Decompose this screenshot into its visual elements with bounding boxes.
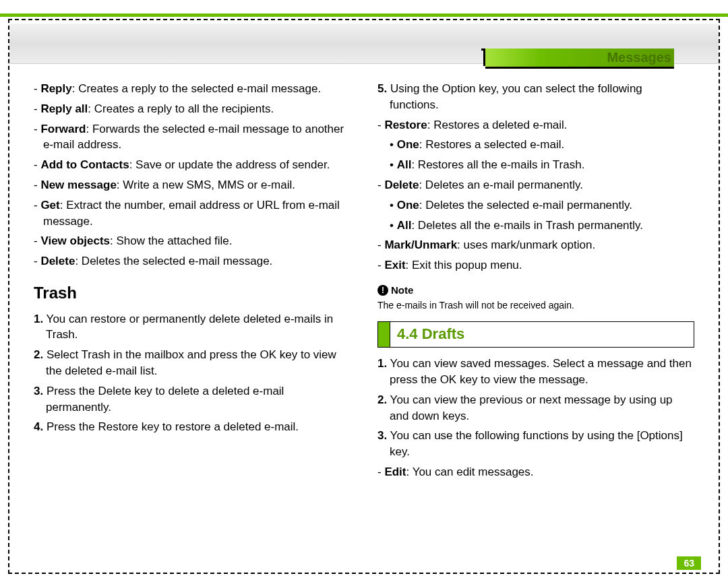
numbered-step: 1. You can view saved messages. Select a… (377, 356, 694, 388)
list-item: - Delete: Deletes the selected e-mail me… (34, 253, 351, 269)
content-area: - Reply: Creates a reply to the selected… (34, 81, 694, 555)
list-item: - Reply all: Creates a reply to all the … (34, 101, 351, 117)
note-label: ! Note (377, 283, 413, 297)
list-item: - View objects: Show the attached file. (34, 233, 351, 249)
list-item: - Get: Extract the number, email address… (34, 197, 351, 230)
info-icon: ! (377, 285, 388, 296)
note-text: The e-mails in Trash will not be receive… (377, 299, 694, 313)
numbered-step: 3. Press the Delete key to delete a dele… (34, 383, 351, 416)
list-item: - Mark/Unmark: uses mark/unmark option. (377, 237, 694, 253)
numbered-step: 5. Using the Option key, you can select … (377, 81, 694, 113)
numbered-step: 1. You can restore or permanently delete… (34, 311, 351, 344)
sub-item: • All: Restores all the e-mails in Trash… (390, 157, 694, 173)
sub-item: • One: Restores a selected e-mail. (390, 137, 694, 153)
section-tab: Messages (485, 48, 674, 69)
section-accent (378, 322, 390, 347)
section-heading-drafts: 4.4 Drafts (377, 321, 694, 348)
numbered-step: 4. Press the Restore key to restore a de… (34, 419, 351, 435)
list-item: - Exit: Exit this popup menu. (377, 257, 694, 273)
list-item: - Delete: Deletes an e-mail permanently. (377, 177, 694, 193)
list-item: - Edit: You can edit messages. (377, 464, 694, 480)
page-number: 63 (677, 556, 701, 570)
note-block: ! Note The e-mails in Trash will not be … (377, 282, 694, 312)
sub-item: • One: Deletes the selected e-mail perma… (390, 197, 694, 214)
numbered-step: 2. You can view the previous or next mes… (377, 392, 694, 424)
trash-heading: Trash (34, 282, 351, 304)
list-item: - Reply: Creates a reply to the selected… (34, 81, 351, 97)
sub-item: • All: Deletes all the e-mails in Trash … (390, 218, 694, 234)
list-item: - Add to Contacts: Save or update the ad… (34, 157, 351, 173)
top-accent-bar (0, 13, 728, 17)
section-title: 4.4 Drafts (390, 322, 471, 347)
list-item: - Restore: Restores a deleted e-mail. (377, 117, 694, 133)
left-column: - Reply: Creates a reply to the selected… (34, 81, 351, 555)
list-item: - New message: Write a new SMS, MMS or e… (34, 177, 351, 193)
numbered-step: 3. You can use the following functions b… (377, 428, 694, 460)
right-column: 5. Using the Option key, you can select … (377, 81, 694, 555)
list-item: - Forward: Forwards the selected e-mail … (34, 121, 351, 154)
numbered-step: 2. Select Trash in the mailbox and press… (34, 347, 351, 379)
